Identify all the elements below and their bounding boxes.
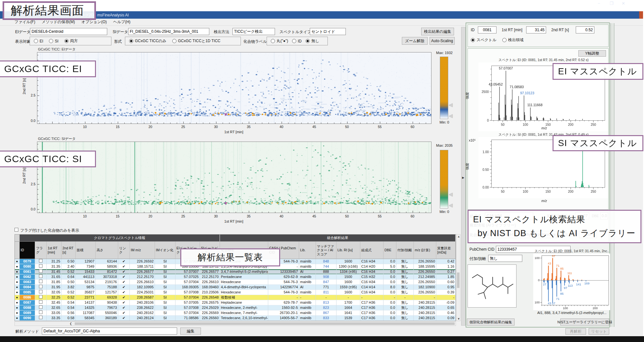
adduct-input[interactable] (488, 255, 522, 262)
y-axis-adjust-button[interactable]: Y軸調整 (578, 50, 606, 57)
table-vertical-scrollbar[interactable]: ▲ ▼ (456, 234, 460, 321)
table-row-0085[interactable]: ■008532.050.5235827121757✔224.25031SI57.… (15, 290, 456, 295)
table-row-0090[interactable]: ■009033.350.5858345360189✔240.28124SI71.… (15, 316, 456, 321)
radio-spectrum[interactable]: スペクトル (471, 37, 496, 43)
panel-splitter[interactable]: ▶ (461, 27, 466, 326)
si-colorbar-handle-upper[interactable]: ◀ (449, 192, 453, 197)
table-row-0087[interactable]: ■008732.450.541413790438✔240.28106SI57.0… (15, 300, 456, 305)
column-header-formula[interactable]: 組成式 (360, 242, 384, 259)
peak-rt1-input[interactable] (526, 26, 546, 33)
menu-save-method[interactable]: メソッドの保存(M) (42, 19, 75, 25)
column-header-area[interactable]: 面積 (76, 242, 96, 259)
column-header-flag[interactable]: フラグ (35, 242, 47, 259)
flag-checkbox[interactable] (39, 269, 43, 273)
column-header-rt2[interactable]: 2nd RT [s] (62, 242, 76, 259)
radio-format-ticc-1d[interactable]: GCxGC TICCと1D TICC (172, 38, 221, 44)
peak-id-input[interactable] (478, 26, 497, 33)
menu-file[interactable]: ファイル(F) (14, 19, 35, 25)
scroll-left-icon[interactable]: ❮ (70, 322, 72, 325)
column-header-lib[interactable]: Lib. (299, 242, 316, 259)
cell-lib: mainlib (299, 316, 316, 321)
analysis-method-input[interactable] (42, 328, 177, 335)
nist-register-button[interactable]: NISTユーザーライブラリーに登録 (560, 319, 609, 326)
minimize-button[interactable]: − (594, 1, 604, 6)
radio-label-id[interactable]: ID (292, 39, 302, 43)
auto-scaling-button[interactable]: Auto-Scaling (430, 37, 455, 45)
table-row-0084[interactable]: ■008431.953.82987575188✔182.10995SI168.0… (15, 285, 456, 290)
column-header-height[interactable]: 高さ (96, 242, 118, 259)
close-button[interactable]: ✕ (619, 1, 628, 6)
radio-dot (34, 39, 38, 43)
table-row-0089[interactable]: ■008933.050.56117087550046✔240.28162SI57… (15, 310, 456, 316)
si-ticc-heatmap[interactable] (37, 142, 431, 213)
flag-checkbox[interactable] (39, 264, 43, 268)
flag-checkbox[interactable] (39, 285, 43, 288)
column-header-mzc[interactable]: m/z (計算) (414, 242, 436, 259)
table-row-0081[interactable]: ■008131.450.521543381472✔226.26577SI57.0… (15, 269, 456, 274)
menu-help[interactable]: ヘルプ(H) (113, 19, 131, 25)
column-header-ion[interactable]: IMイオン化 (155, 242, 175, 259)
splitter-arrow-icon[interactable]: ▶ (462, 176, 464, 179)
column-header-link[interactable]: リンク (118, 242, 130, 259)
flag-checkbox[interactable] (39, 290, 43, 293)
column-header-imz[interactable]: IM m/z (130, 242, 155, 259)
library-comparison-chart[interactable] (533, 254, 611, 310)
flag-checkbox[interactable] (39, 259, 43, 263)
column-header-add[interactable]: 付加/脱離 (396, 242, 414, 259)
edit-detection-result-button[interactable]: 検出結果の編集 (421, 28, 454, 35)
scrollbar-thumb[interactable] (457, 273, 459, 288)
maximize-button[interactable]: ❐ (607, 1, 616, 6)
table-horizontal-scrollbar[interactable]: ❮ (14, 321, 456, 326)
table-row-0086[interactable]: ■008632.250.522377169328✔238.26587SI57.0… (15, 295, 456, 300)
peak-rt2-input[interactable] (576, 26, 594, 33)
detect-method-input[interactable] (232, 28, 275, 35)
flag-checkbox[interactable] (39, 300, 43, 304)
si-colorbar-handle-lower[interactable]: ◀ (449, 203, 453, 208)
title-bar[interactable]: 20230613 カタログ2D - msFineAnalysis AI (0, 11, 643, 19)
flag-checkbox[interactable] (39, 305, 43, 309)
edit-compound-result-button[interactable]: 個別化合物解析結果の編集 (467, 319, 515, 326)
spectrum-type-input[interactable] (310, 28, 346, 35)
si-colorbar[interactable] (440, 150, 448, 208)
column-header-err[interactable]: 質量誤差 [mDa] (436, 242, 456, 259)
ei-colorbar-handle-upper[interactable]: ◀ (449, 102, 453, 107)
flag-checkbox[interactable] (39, 274, 43, 278)
table-row-0088[interactable]: ■008832.650.541432579673✔238.26622SI57.0… (15, 305, 456, 310)
scroll-down-icon[interactable]: ▼ (457, 318, 460, 320)
column-header-score[interactable]: マッチファクター / AIスコア (316, 242, 336, 259)
column-header-ri[interactable]: Lib. RI [iu] (336, 242, 360, 259)
flag-checkbox[interactable] (39, 310, 43, 314)
cell-area: 117087 (76, 310, 96, 316)
zoom-reset-button[interactable]: ズーム解除 (402, 37, 428, 45)
radio-label-circle[interactable]: 丸("●") (271, 38, 288, 44)
ei-colorbar[interactable] (440, 57, 448, 119)
column-header-id[interactable]: ID (20, 242, 35, 259)
scrollbar-thumb[interactable] (75, 322, 455, 325)
radio-format-ticc-only[interactable]: GCxGC TICCのみ (129, 38, 166, 44)
table-row-0082[interactable]: ■008231.650.644411133073318✔212.25170SI5… (15, 274, 456, 280)
column-header-rt1[interactable]: 1st RT [min] (47, 242, 62, 259)
radio-detect-region[interactable]: 検出領域 (502, 37, 524, 43)
column-header-sq[interactable] (15, 242, 20, 259)
flag-checkbox[interactable] (39, 295, 43, 299)
radio-display-both[interactable]: 両方 (64, 38, 78, 44)
ei-colorbar-handle-lower[interactable]: ◀ (449, 113, 453, 118)
radio-label-none[interactable]: 無し (306, 38, 319, 44)
radio-display-ei[interactable]: EI (34, 39, 43, 43)
flag-checkbox[interactable] (39, 280, 43, 283)
ei-ticc-heatmap[interactable] (37, 52, 431, 124)
cell-score: 848 (316, 259, 336, 264)
group-header-integrated: 統合解析結果 (220, 235, 456, 242)
flag-filter-checkbox[interactable] (14, 228, 18, 232)
reanalyze-button[interactable]: 再解析 (565, 328, 586, 335)
radio-display-si[interactable]: SI (49, 39, 58, 43)
table-row-0083[interactable]: ■008331.850.5053134219176✔226.26610SI57.… (15, 280, 456, 285)
column-header-dbe[interactable]: DBE (384, 242, 396, 259)
reset-button[interactable]: リセット (589, 328, 609, 335)
menu-options[interactable]: オプション(O) (81, 19, 107, 25)
ei-data-input[interactable] (30, 28, 107, 35)
flag-checkbox[interactable] (39, 316, 43, 319)
scroll-up-icon[interactable]: ▲ (457, 235, 460, 238)
si-data-input[interactable] (128, 28, 209, 35)
method-edit-button[interactable]: 編集 (180, 328, 201, 335)
